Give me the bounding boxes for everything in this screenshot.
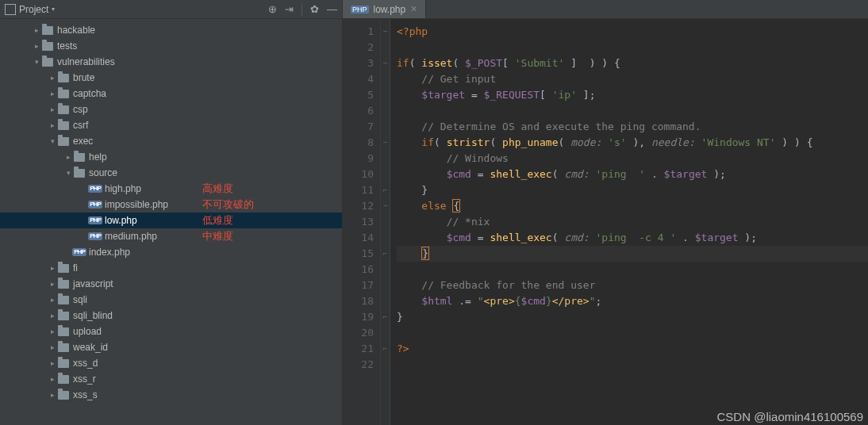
expand-arrow-icon[interactable] [48,327,57,335]
expand-arrow-icon[interactable] [32,42,41,50]
code-line[interactable] [397,103,868,119]
code-line[interactable]: // Windows [397,151,868,167]
expand-arrow-icon[interactable] [48,264,57,272]
editor-body[interactable]: 12345678910111213141516171819202122 −−−⌐… [343,19,868,425]
code-line[interactable]: // Get input [397,71,868,87]
php-icon: PHP [351,6,369,13]
fold-column[interactable]: −−−⌐−⌐⌐⌐ [381,19,390,425]
tree-node-weak-id[interactable]: weak_id [0,339,342,355]
tree-node-label: high.php [105,183,141,194]
tree-node-label: source [89,167,117,178]
code-line[interactable]: $html .= "<pre>{$cmd}</pre>"; [397,293,868,309]
tree-node-fi[interactable]: fi [0,260,342,276]
gear-icon[interactable]: ✿ [310,3,319,15]
code-line[interactable] [397,40,868,56]
fold-toggle-icon[interactable]: − [381,135,390,151]
expand-arrow-icon[interactable] [48,280,57,288]
code-line[interactable]: <?php [397,24,868,40]
expand-arrow-icon[interactable] [48,296,57,304]
tree-node-captcha[interactable]: captcha [0,86,342,101]
fold-toggle-icon[interactable]: ⌐ [381,246,390,262]
tab-low-php[interactable]: PHP low.php ✕ [343,0,426,18]
project-tree[interactable]: hackabletestsvulnerabilitiesbrutecaptcha… [0,19,342,425]
code-line[interactable]: if( stristr( php_uname( mode: 's' ), nee… [397,135,868,151]
project-sidebar: Project ▾ ⊕ ⇥ ✿ — hackabletestsvulnerabi… [0,0,343,425]
expand-arrow-icon[interactable] [63,153,73,161]
tree-node-hackable[interactable]: hackable [0,22,342,38]
code-line[interactable]: } [397,246,868,262]
tree-node-brute[interactable]: brute [0,70,342,86]
code-line[interactable]: $target = $_REQUEST[ 'ip' ]; [397,87,868,103]
tree-node-medium-php[interactable]: PHPmedium.php中难度 [0,228,342,244]
tree-node-csrf[interactable]: csrf [0,117,342,133]
code-line[interactable] [397,357,868,373]
expand-arrow-icon[interactable] [48,74,57,82]
tree-node-xss-s[interactable]: xss_s [0,387,342,403]
tree-node-low-php[interactable]: PHPlow.php低难度 [0,212,342,228]
expand-arrow-icon[interactable] [48,391,57,399]
expand-arrow-icon[interactable] [48,375,57,383]
expand-arrow-icon[interactable] [48,105,57,113]
hide-icon[interactable]: — [327,3,337,15]
fold-toggle-icon[interactable]: ⌐ [381,182,390,198]
tree-node-source[interactable]: source [0,165,342,181]
code-line[interactable] [397,325,868,341]
tree-node-exec[interactable]: exec [0,133,342,149]
tree-node-index-php[interactable]: PHPindex.php [0,244,342,260]
locate-icon[interactable]: ⊕ [268,3,277,15]
tree-node-label: sqli [73,294,87,305]
code-line[interactable]: $cmd = shell_exec( cmd: 'ping ' . $targe… [397,167,868,182]
tree-node-label: exec [73,136,93,147]
expand-arrow-icon[interactable] [48,121,57,129]
expand-arrow-icon[interactable] [48,312,57,320]
fold-toggle-icon[interactable]: ⌐ [381,309,390,325]
tree-node-high-php[interactable]: PHPhigh.php高难度 [0,181,342,197]
tree-node-sqli[interactable]: sqli [0,292,342,308]
code-line[interactable]: } [397,309,868,325]
code-line[interactable]: ?> [397,341,868,357]
fold-toggle-icon[interactable]: − [381,24,390,40]
tree-node-label: captcha [73,88,106,99]
expand-arrow-icon[interactable] [63,169,73,177]
code-line[interactable] [397,262,868,278]
tree-node-csp[interactable]: csp [0,101,342,117]
code-line[interactable]: if( isset( $_POST[ 'Submit' ] ) ) { [397,56,868,71]
tree-node-xss-r[interactable]: xss_r [0,371,342,387]
code-line[interactable]: } [397,182,868,198]
tree-node-impossible-php[interactable]: PHPimpossible.php不可攻破的 [0,197,342,212]
tree-node-vulnerabilities[interactable]: vulnerabilities [0,54,342,70]
fold-toggle-icon[interactable]: − [381,56,390,71]
folder-icon [57,389,70,400]
code-line[interactable]: // *nix [397,214,868,230]
project-dropdown[interactable]: Project ▾ [5,4,55,15]
fold-toggle-icon [381,40,390,56]
tree-node-upload[interactable]: upload [0,324,342,339]
code-line[interactable]: // Feedback for the end user [397,278,868,293]
expand-arrow-icon[interactable] [48,343,57,351]
code-area[interactable]: <?php if( isset( $_POST[ 'Submit' ] ) ) … [390,19,868,425]
collapse-icon[interactable]: ⇥ [285,3,294,15]
code-line[interactable]: // Determine OS and execute the ping com… [397,119,868,135]
tree-node-sqli-blind[interactable]: sqli_blind [0,308,342,324]
fold-toggle-icon[interactable]: ⌐ [381,341,390,357]
code-line[interactable]: $cmd = shell_exec( cmd: 'ping -c 4 ' . $… [397,230,868,246]
line-number: 15 [343,246,374,262]
tree-node-javascript[interactable]: javascript [0,276,342,292]
fold-toggle-icon [381,87,390,103]
chevron-down-icon: ▾ [52,6,55,13]
close-icon[interactable]: ✕ [410,4,417,14]
toolbar-divider [301,3,302,16]
expand-arrow-icon[interactable] [48,90,57,98]
code-line[interactable]: else { [397,198,868,214]
expand-arrow-icon[interactable] [32,26,41,34]
fold-toggle-icon[interactable]: − [381,198,390,214]
expand-arrow-icon[interactable] [48,359,57,367]
line-number: 14 [343,230,374,246]
tree-node-help[interactable]: help [0,149,342,165]
folder-icon [57,88,70,99]
expand-arrow-icon[interactable] [48,137,57,145]
expand-arrow-icon[interactable] [32,58,41,66]
tree-node-xss-d[interactable]: xss_d [0,355,342,371]
tree-node-tests[interactable]: tests [0,38,342,54]
tree-node-label: sqli_blind [73,310,113,321]
